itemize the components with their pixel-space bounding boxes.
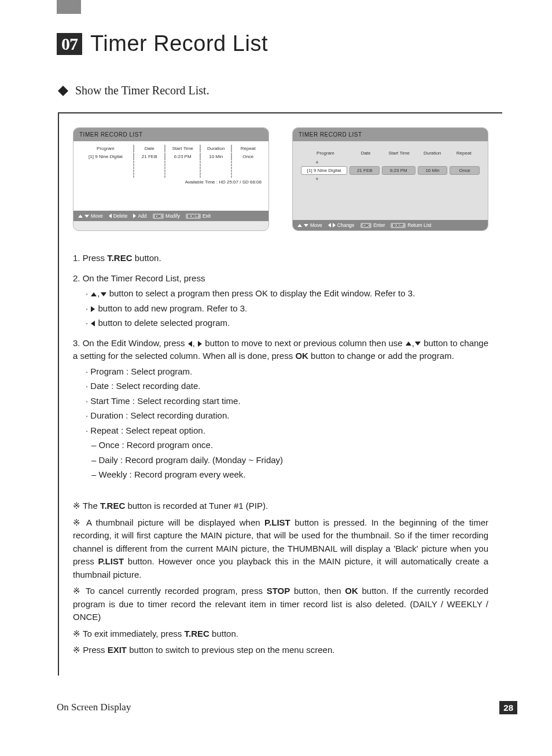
scroll-down-icon: ▼	[301, 177, 480, 182]
instructions: 1. Press T.REC button. 2. On the Timer R…	[73, 252, 488, 657]
right-icon	[333, 223, 336, 227]
table-row	[78, 163, 264, 166]
col-date: Date	[134, 145, 166, 152]
step-1: 1. Press T.REC button.	[73, 252, 488, 265]
list-item: button to delete selected program.	[86, 317, 488, 330]
list-item: Duration : Select recording duration.	[86, 409, 488, 423]
col-duration: Duration	[417, 151, 448, 156]
up-icon	[78, 215, 83, 218]
add-hint: Add	[133, 213, 146, 219]
up-arrow-icon	[91, 292, 97, 296]
page-number: 28	[499, 701, 517, 714]
col-start: Start Time	[165, 145, 201, 152]
label: Delete	[113, 213, 128, 219]
cell: 21 FEB	[349, 166, 380, 175]
table-row	[78, 172, 264, 175]
list-item: Weekly : Record program every week.	[91, 468, 488, 482]
col-program: Program	[301, 151, 350, 156]
list-item: Date : Select recording date.	[86, 380, 488, 393]
col-repeat: Repeat	[448, 151, 480, 156]
col-duration: Duration	[201, 145, 233, 152]
page-header: 07 Timer Record List	[0, 0, 552, 56]
cell: [1] 9 Nine Digital	[78, 153, 134, 160]
up-arrow-icon	[406, 342, 411, 346]
cell: [1] 9 Nine Digital	[301, 166, 347, 175]
move-hint: Move	[78, 213, 103, 219]
cell: 10 Min	[201, 153, 233, 160]
screen-left-footer: Move Delete Add OKModify EXITExit	[73, 211, 268, 221]
left-icon	[109, 214, 112, 218]
chapter-number: 07	[57, 33, 82, 55]
screen-right-body: Program Date Start Time Duration Repeat …	[293, 141, 488, 220]
col-repeat: Repeat	[232, 145, 264, 152]
table-row: [1] 9 Nine Digital 21 FEB 6:23 PM 10 Min…	[301, 166, 480, 175]
label: Enter	[373, 222, 385, 228]
list-item: button to add new program. Refer to 3.	[86, 302, 488, 315]
footer-section: On Screen Display	[57, 702, 131, 713]
cell: 21 FEB	[134, 153, 166, 160]
note: To cancel currently recorded program, pr…	[73, 585, 488, 624]
screen-left-body: Program Date Start Time Duration Repeat …	[73, 141, 268, 211]
label: Modify	[165, 213, 180, 219]
ok-key: OK	[360, 223, 372, 228]
cell: 6:23 PM	[165, 153, 201, 160]
cell: 6:23 PM	[382, 166, 415, 175]
note: To exit immediately, press T.REC button.	[73, 627, 488, 641]
table-row: [1] 9 Nine Digital 21 FEB 6:23 PM 10 Min…	[78, 152, 264, 160]
bullet-arrow-icon	[58, 86, 68, 96]
label: Move	[91, 213, 103, 219]
step-3: 3. On the Edit Window, press , button to…	[73, 337, 488, 363]
subtitle: Show the Timer Record List.	[75, 84, 209, 97]
left-arrow-icon	[91, 321, 95, 326]
return-hint: EXITReturn List	[391, 222, 431, 228]
right-columns: Program Date Start Time Duration Repeat	[301, 151, 480, 156]
cell: Once	[450, 166, 480, 175]
screen-right-title: TIMER RECORD LIST	[293, 128, 488, 141]
step-2-list: , button to select a program then press …	[73, 287, 488, 330]
col-program: Program	[78, 145, 134, 152]
note: The T.REC button is recorded at Tuner #1…	[73, 500, 488, 513]
left-icon	[328, 223, 331, 227]
list-item: Program : Select program.	[86, 365, 488, 379]
screen-left: TIMER RECORD LIST Program Date Start Tim…	[73, 127, 269, 231]
list-item: Start Time : Select recording start time…	[86, 395, 488, 408]
delete-hint: Delete	[109, 213, 128, 219]
label: Return List	[407, 222, 431, 228]
step-2: 2. On the Timer Record List, press	[73, 272, 488, 285]
up-icon	[297, 224, 302, 227]
table-row	[78, 166, 264, 169]
down-arrow-icon	[101, 292, 106, 296]
screen-left-title: TIMER RECORD LIST	[73, 128, 268, 141]
label: Move	[310, 222, 322, 228]
screenshot-row: TIMER RECORD LIST Program Date Start Tim…	[73, 127, 488, 231]
exit-key: EXIT	[391, 223, 406, 228]
label: Change	[337, 222, 355, 228]
right-arrow-icon	[91, 306, 95, 312]
cell: 10 Min	[418, 166, 448, 175]
left-columns: Program Date Start Time Duration Repeat	[78, 145, 264, 152]
page-title: Timer Record List	[90, 31, 268, 56]
label: Exit	[203, 213, 211, 219]
note: A thumbnail picture will be displayed wh…	[73, 516, 488, 582]
list-item: , button to select a program then press …	[86, 287, 488, 300]
list-item: Repeat : Select repeat option.	[86, 424, 488, 438]
col-date: Date	[350, 151, 382, 156]
table-row	[78, 169, 264, 172]
move-hint: Move	[297, 222, 322, 228]
table-row	[78, 160, 264, 163]
down-icon	[84, 215, 89, 218]
right-icon	[133, 214, 136, 218]
label: Add	[138, 213, 146, 219]
list-item: Daily : Record program daily. (Monday ~ …	[91, 454, 488, 467]
note: Press EXIT button to switch to previous …	[73, 644, 488, 657]
available-time: Available Time : HD 25:07 / SD 68:08	[78, 178, 264, 185]
screen-right: TIMER RECORD LIST Program Date Start Tim…	[292, 127, 488, 231]
content-frame: TIMER RECORD LIST Program Date Start Tim…	[58, 112, 502, 676]
screen-right-footer: Move Change OKEnter EXITReturn List	[293, 220, 488, 230]
ok-key: OK	[153, 214, 164, 219]
enter-hint: OKEnter	[360, 222, 385, 228]
exit-key: EXIT	[186, 214, 201, 219]
cell: Once	[232, 153, 264, 160]
change-hint: Change	[328, 222, 355, 228]
right-arrow-icon	[198, 341, 202, 347]
